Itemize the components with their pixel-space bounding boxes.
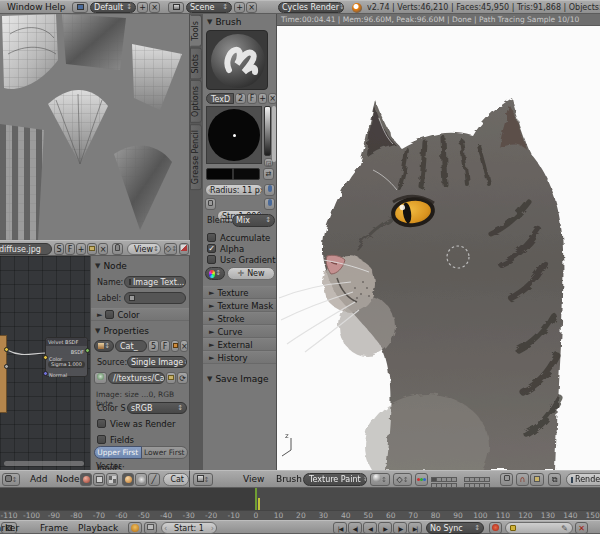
toolshelf-scrollbar[interactable] <box>272 106 276 162</box>
mode-selector[interactable]: Texture Paint↕ <box>303 473 367 486</box>
menu-node[interactable]: Node <box>56 473 80 486</box>
swap-colors-icon[interactable]: ⇄ <box>263 168 274 180</box>
normal-input-socket[interactable] <box>43 371 48 376</box>
panel-header-external[interactable]: External <box>203 338 277 351</box>
sync-mode-dropdown[interactable]: No Sync↕ <box>426 522 484 534</box>
record-button[interactable] <box>489 522 502 534</box>
palette-selector[interactable]: ↕ <box>205 267 225 280</box>
menu-window[interactable]: Window <box>7 1 43 14</box>
open-image-icon[interactable] <box>87 243 97 255</box>
pack-image-icon[interactable] <box>171 340 179 352</box>
new-image-button[interactable]: + <box>76 243 86 255</box>
world-shader-icon[interactable] <box>135 473 147 486</box>
pivot-point-selector[interactable]: ◇↕ <box>393 473 412 486</box>
toolshelf-tab-grease-pencil[interactable]: Grease Pencil <box>190 124 202 190</box>
upper-first-button[interactable]: Upper First <box>94 446 142 459</box>
falloff-ramp-slider[interactable] <box>264 106 271 156</box>
manipulator-toggle-icon[interactable] <box>415 473 428 486</box>
panel-header-texture[interactable]: Texture <box>203 286 277 299</box>
image-name-field[interactable]: diffuse.jpg <box>0 243 52 255</box>
view-as-render-checkbox[interactable]: View as Render <box>97 418 175 429</box>
panel-header-curve[interactable]: Curve <box>203 325 277 338</box>
delete-scene-button[interactable]: × <box>246 2 257 13</box>
panel-header-color[interactable]: Color <box>91 308 190 321</box>
remove-keyframe-icon[interactable]: ✕ <box>575 522 588 534</box>
texture-nodes-icon[interactable] <box>106 473 118 486</box>
menu-marker[interactable]: Marker <box>0 522 19 534</box>
brush-datablock-name[interactable]: TexD <box>206 93 234 104</box>
jump-end-button[interactable]: ▶| <box>408 522 422 534</box>
lower-first-button[interactable]: Lower First <box>142 446 189 459</box>
fake-user-button[interactable]: F <box>65 243 75 255</box>
color-input-socket[interactable] <box>43 355 48 360</box>
shader-nodes-icon[interactable] <box>80 473 92 486</box>
image-browse-icon[interactable]: ↕ <box>94 340 114 352</box>
play-reverse-button[interactable]: ◀ <box>363 522 377 534</box>
time-clock-icon[interactable] <box>128 522 142 534</box>
viewport-3d[interactable]: Time:00:04.41 | Mem:96.60M, Peak:96.60M … <box>277 14 600 470</box>
checkbox-icon[interactable] <box>207 255 216 264</box>
unlink-button[interactable]: × <box>180 340 188 352</box>
blend-mode-dropdown[interactable]: Mix↕ <box>232 214 275 227</box>
timeline-canvas[interactable] <box>0 488 600 510</box>
menu-help[interactable]: Help <box>45 1 66 14</box>
menu-add[interactable]: Add <box>30 473 47 486</box>
render-layer-selector[interactable]: RenderLayer <box>566 473 600 486</box>
primary-color-swatch[interactable] <box>206 168 233 180</box>
line-style-shader-icon[interactable]: ╱ <box>148 473 160 486</box>
image-datablock-name[interactable]: Cat_ <box>115 340 147 352</box>
node-name-field[interactable]: Image Text... <box>124 276 186 288</box>
filepath-field[interactable]: //textures/Ca... <box>108 372 165 384</box>
output-socket[interactable] <box>4 347 9 352</box>
snap-target-icon[interactable] <box>530 473 544 486</box>
prev-keyframe-button[interactable]: ◀| <box>348 522 362 534</box>
new-palette-button[interactable]: ✛New <box>227 267 275 280</box>
add-layout-button[interactable]: + <box>137 2 148 13</box>
strength-lock-icon[interactable] <box>205 198 216 210</box>
pivot-selector-icon[interactable]: ◇↕ <box>164 243 177 255</box>
next-keyframe-button[interactable]: |▶ <box>393 522 407 534</box>
output-socket[interactable] <box>4 364 9 369</box>
compositing-nodes-icon[interactable] <box>93 473 105 486</box>
paint-mode-icon[interactable] <box>179 243 189 255</box>
render-engine-selector[interactable]: Cycles Render↕ <box>278 2 344 13</box>
frame-start-field[interactable]: Start: 1 <box>161 522 217 534</box>
horizontal-scrollbar[interactable] <box>4 461 84 466</box>
node-label-field[interactable] <box>124 292 186 304</box>
screen-layout-icon[interactable] <box>72 2 88 13</box>
brush-preview[interactable] <box>206 30 268 90</box>
radius-pressure-icon[interactable] <box>264 184 275 196</box>
editor-type-selector[interactable]: ↕ <box>193 473 213 486</box>
panel-header-brush[interactable]: Brush <box>207 17 241 27</box>
menu-playback[interactable]: Playback <box>78 522 118 534</box>
editor-type-selector[interactable]: ↕ <box>2 473 20 486</box>
menu-frame[interactable]: Frame <box>40 522 68 534</box>
file-browse-icon[interactable] <box>94 372 107 384</box>
panel-header-properties[interactable]: Properties <box>95 326 149 336</box>
panel-header-texture-mask[interactable]: Texture Mask <box>203 299 277 312</box>
fields-checkbox[interactable]: Fields <box>97 434 134 445</box>
display-mode-selector[interactable]: View↕ <box>127 243 161 255</box>
secondary-color-swatch[interactable] <box>233 168 260 180</box>
add-scene-button[interactable]: + <box>234 2 245 13</box>
folder-icon[interactable] <box>166 372 176 384</box>
checkbox-use-gradient[interactable]: Use Gradient <box>207 254 277 265</box>
panel-header-history[interactable]: History <box>203 351 277 364</box>
layout-selector[interactable]: Default↕ <box>90 2 136 13</box>
menu-brush[interactable]: Brush <box>276 473 302 486</box>
uv-image-editor-canvas[interactable] <box>0 14 190 240</box>
brush-users-count[interactable]: 2 <box>235 93 246 104</box>
panel-header-save-image[interactable]: Save Image <box>207 374 269 384</box>
scene-lock-icon[interactable] <box>500 473 513 486</box>
snap-magnet-icon[interactable]: ∩ <box>516 473 529 486</box>
panel-header-node[interactable]: Node <box>95 261 127 271</box>
strength-pressure-icon[interactable] <box>264 198 275 210</box>
velvet-bsdf-node[interactable]: Velvet BSDF BSDF Color Sigma1.000 Normal <box>45 337 88 377</box>
toolshelf-tab-tools[interactable]: Tools <box>190 15 202 47</box>
colorspace-dropdown[interactable]: sRGB↕ <box>127 402 187 414</box>
brush-radius-slider[interactable]: Radius: 11 px <box>205 184 263 196</box>
checkbox-icon[interactable] <box>207 233 216 242</box>
unlink-brush-button[interactable]: × <box>268 93 277 104</box>
keying-set-field[interactable]: ✎ <box>505 522 573 534</box>
object-shader-icon[interactable] <box>122 473 134 486</box>
